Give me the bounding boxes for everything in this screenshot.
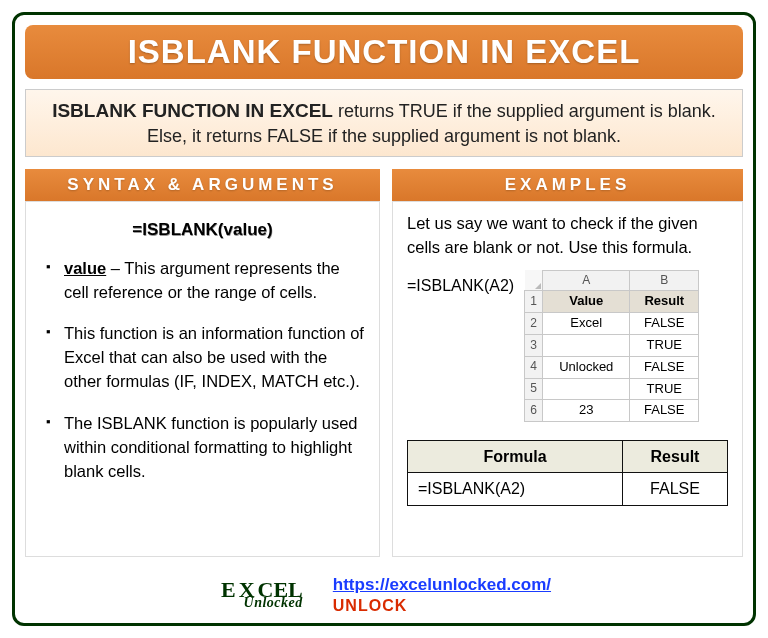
infographic-frame: ISBLANK FUNCTION IN EXCEL ISBLANK FUNCTI… (12, 12, 756, 626)
result-header-result: Result (623, 441, 728, 473)
note-item: This function is an information function… (46, 322, 365, 394)
argument-description: – This argument represents the cell refe… (64, 259, 340, 301)
note-item: The ISBLANK function is popularly used w… (46, 412, 365, 484)
logo-subtitle: Unlocked (221, 597, 303, 609)
table-row: 3TRUE (525, 334, 699, 356)
description-lead: ISBLANK FUNCTION IN EXCEL (52, 100, 333, 121)
col-header-a: A (543, 270, 630, 290)
page-title: ISBLANK FUNCTION IN EXCEL (35, 33, 733, 71)
result-table: Formula Result =ISBLANK(A2) FALSE (407, 440, 728, 505)
footer: EXCEL Unlocked https://excelunlocked.com… (15, 575, 753, 615)
result-header-formula: Formula (408, 441, 623, 473)
excel-unlocked-logo: EXCEL Unlocked (217, 581, 303, 610)
table-row: 5TRUE (525, 378, 699, 400)
examples-heading: EXAMPLES (392, 169, 743, 201)
result-formula-cell: =ISBLANK(A2) (408, 473, 623, 505)
example-formula: =ISBLANK(A2) (407, 270, 514, 297)
description-box: ISBLANK FUNCTION IN EXCEL returns TRUE i… (25, 89, 743, 157)
syntax-panel: =ISBLANK(value) value – This argument re… (25, 201, 380, 557)
table-row: 4UnlockedFALSE (525, 356, 699, 378)
examples-panel: Let us say we want to check if the given… (392, 201, 743, 557)
example-spreadsheet: A B 1 Value Result 2ExcelFALSE 3TRUE 4Un… (524, 270, 699, 422)
argument-name: value (64, 259, 106, 277)
argument-item: value – This argument represents the cel… (46, 257, 365, 305)
title-bar: ISBLANK FUNCTION IN EXCEL (25, 25, 743, 79)
col-header-b: B (630, 270, 699, 290)
example-intro: Let us say we want to check if the given… (407, 212, 728, 260)
table-header-result: Result (630, 291, 699, 313)
table-row: 2ExcelFALSE (525, 313, 699, 335)
examples-column: EXAMPLES Let us say we want to check if … (392, 169, 743, 557)
website-link[interactable]: https://excelunlocked.com/ (333, 575, 551, 595)
table-row: 623FALSE (525, 400, 699, 422)
syntax-formula: =ISBLANK(value) (40, 218, 365, 243)
sheet-corner (525, 270, 543, 290)
row-header: 1 (525, 291, 543, 313)
unlock-label: UNLOCK (333, 597, 551, 615)
result-value-cell: FALSE (623, 473, 728, 505)
table-row: =ISBLANK(A2) FALSE (408, 473, 728, 505)
syntax-column: SYNTAX & ARGUMENTS =ISBLANK(value) value… (25, 169, 380, 557)
table-header-value: Value (543, 291, 630, 313)
syntax-heading: SYNTAX & ARGUMENTS (25, 169, 380, 201)
